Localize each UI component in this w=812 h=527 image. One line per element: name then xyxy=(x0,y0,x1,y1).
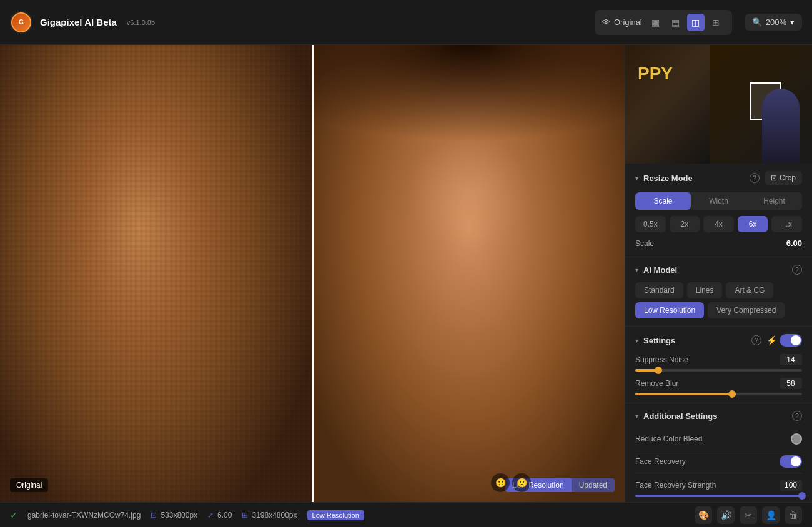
model-standard[interactable]: Standard xyxy=(635,282,683,298)
app-title: Gigapixel AI Beta xyxy=(40,17,117,27)
view-controls: 👁 Original ▣ ▤ ◫ ⊞ xyxy=(595,10,732,35)
original-toggle[interactable]: 👁 Original xyxy=(602,17,642,27)
remove-blur-label: Remove Blur xyxy=(635,379,678,388)
view-grid[interactable]: ⊞ xyxy=(707,14,725,31)
ai-model-header[interactable]: ▾ AI Model ? xyxy=(635,265,802,275)
crop-bottom-btn[interactable]: ✂ xyxy=(740,506,757,524)
ai-model-tabs-row2: Low Resolution Very Compressed xyxy=(635,302,802,318)
settings-title: Settings xyxy=(643,336,746,345)
zoom-icon: 🔍 xyxy=(752,17,762,27)
thumbs-down-btn[interactable]: 🙁 xyxy=(512,473,531,492)
svg-rect-1 xyxy=(0,45,312,502)
face-recovery-row: Face Recovery xyxy=(635,450,802,473)
additional-help-icon[interactable]: ? xyxy=(792,411,802,421)
thumbs-up-btn[interactable]: 🙂 xyxy=(491,473,510,492)
remove-blur-track[interactable] xyxy=(635,393,802,395)
settings-header[interactable]: ▾ Settings ? ⚡ xyxy=(635,334,802,347)
original-label: Original xyxy=(614,17,642,27)
resize-mode-header[interactable]: ▾ Resize Mode ? ⊡ Crop xyxy=(635,171,802,185)
scale-preset-buttons: 0.5x 2x 4x 6x ...x xyxy=(635,216,802,232)
scale-label: Scale xyxy=(635,239,654,248)
sidebar: PPY ▾ Resize Mode ? ⊡ Crop Scale xyxy=(625,45,812,502)
preview-thumbnail: PPY xyxy=(625,45,812,164)
suppress-noise-value: 14 xyxy=(780,354,802,365)
zoom-control: 🔍 200% ▾ xyxy=(745,14,802,31)
view-single-left[interactable]: ▣ xyxy=(647,14,665,31)
ai-model-section: ▾ AI Model ? Standard Lines Art & CG Low… xyxy=(625,257,812,327)
scale-6x[interactable]: 6x xyxy=(738,216,768,232)
zoom-dropdown-icon[interactable]: ▾ xyxy=(790,17,795,27)
reduce-color-bleed-label: Reduce Color Bleed xyxy=(635,435,702,443)
suppress-noise-thumb[interactable] xyxy=(655,367,662,374)
scale-display: 6.00 xyxy=(217,511,232,520)
processed-face xyxy=(314,45,625,502)
output-size: 3198x4800px xyxy=(252,511,297,520)
scale-2x[interactable]: 2x xyxy=(670,216,700,232)
model-art-cg[interactable]: Art & CG xyxy=(726,282,773,298)
face-recovery-strength-thumb[interactable] xyxy=(798,492,806,500)
additional-chevron-icon: ▾ xyxy=(635,413,638,420)
scale-custom[interactable]: ...x xyxy=(771,216,802,232)
bottombar: ✓ gabriel-tovar-TXWNzMCOw74.jpg ⊡ 533x80… xyxy=(0,502,812,527)
face-recovery-strength-fill xyxy=(635,495,802,497)
suppress-noise-label-row: Suppress Noise 14 xyxy=(635,354,802,365)
resize-chevron-icon: ▾ xyxy=(635,175,638,182)
settings-section: ▾ Settings ? ⚡ Suppress Noise 14 xyxy=(625,327,812,403)
model-tag-item: Low Resolution xyxy=(307,510,364,520)
additional-settings-header[interactable]: ▾ Additional Settings ? xyxy=(635,411,802,421)
output-size-icon: ⊞ xyxy=(242,511,248,520)
speaker-btn[interactable]: 🔊 xyxy=(717,506,735,524)
ai-model-title: AI Model xyxy=(643,265,787,275)
model-very-compressed[interactable]: Very Compressed xyxy=(708,302,785,318)
resize-mode-title: Resize Mode xyxy=(643,174,745,183)
thumb-image: PPY xyxy=(625,45,812,164)
height-tab[interactable]: Height xyxy=(746,192,802,210)
view-mode-icons: ▣ ▤ ◫ ⊞ xyxy=(647,14,725,31)
image-canvas: Original Low Resolution Updated 🙂 xyxy=(0,45,625,502)
delete-btn[interactable]: 🗑 xyxy=(785,506,802,524)
view-single-right[interactable]: ▤ xyxy=(667,14,685,31)
suppress-noise-track[interactable] xyxy=(635,369,802,372)
thumb-text: PPY xyxy=(638,64,673,84)
eye-icon: 👁 xyxy=(602,17,610,27)
scale-icon: ⤢ xyxy=(207,511,214,520)
model-low-resolution[interactable]: Low Resolution xyxy=(635,302,704,318)
reduce-color-bleed-toggle[interactable] xyxy=(791,433,802,445)
scale-tab[interactable]: Scale xyxy=(635,192,691,210)
settings-toggle[interactable] xyxy=(780,334,802,347)
view-split[interactable]: ◫ xyxy=(687,14,705,31)
settings-help-icon[interactable]: ? xyxy=(751,335,761,345)
face-recovery-label: Face Recovery xyxy=(635,457,686,466)
toggle-thumb xyxy=(791,335,801,345)
resize-mode-tabs: Scale Width Height xyxy=(635,192,802,210)
logo-inner: G xyxy=(11,12,31,32)
lightning-icon: ⚡ xyxy=(766,335,777,345)
ai-model-help-icon[interactable]: ? xyxy=(792,265,802,275)
width-tab[interactable]: Width xyxy=(691,192,746,210)
scale-value: 6.00 xyxy=(786,239,802,248)
filename-item: gabriel-tovar-TXWNzMCOw74.jpg xyxy=(27,511,141,520)
face-recovery-toggle[interactable] xyxy=(780,455,802,468)
zoom-value: 200% xyxy=(766,17,786,27)
remove-blur-thumb[interactable] xyxy=(728,390,736,398)
user-btn[interactable]: 👤 xyxy=(762,506,780,524)
original-size: 533x800px xyxy=(161,511,197,520)
remove-blur-label-row: Remove Blur 58 xyxy=(635,378,802,389)
ai-model-tabs: Standard Lines Art & CG xyxy=(635,282,802,298)
updated-badge-label: Updated xyxy=(572,478,615,492)
remove-blur-value: 58 xyxy=(780,378,802,389)
scale-0.5x[interactable]: 0.5x xyxy=(635,216,666,232)
lightning-toggle: ⚡ xyxy=(766,334,802,347)
face-recovery-strength-row: Face Recovery Strength 100 xyxy=(635,480,802,497)
scale-value-row: Scale 6.00 xyxy=(635,239,802,248)
face-recovery-strength-track[interactable] xyxy=(635,495,802,497)
scale-4x[interactable]: 4x xyxy=(703,216,734,232)
split-divider[interactable] xyxy=(312,45,314,502)
filename: gabriel-tovar-TXWNzMCOw74.jpg xyxy=(27,511,141,520)
crop-button[interactable]: ⊡ Crop xyxy=(765,171,802,185)
model-lines[interactable]: Lines xyxy=(687,282,723,298)
palette-btn[interactable]: 🎨 xyxy=(695,506,712,524)
face-recovery-strength-label: Face Recovery Strength xyxy=(635,481,716,490)
remove-blur-fill xyxy=(635,393,732,395)
resize-help-icon[interactable]: ? xyxy=(750,173,760,183)
